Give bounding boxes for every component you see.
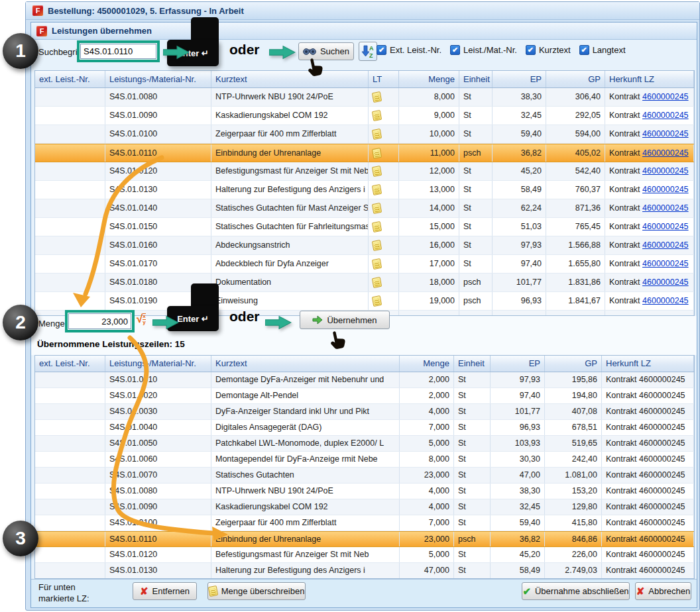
longtext-note-icon[interactable]	[372, 203, 382, 214]
cancel-button[interactable]: ✘ Abbrechen	[635, 582, 691, 600]
cell-herkunft: Kontrakt 4600000245	[602, 499, 694, 515]
longtext-note-icon[interactable]	[372, 166, 382, 177]
contract-link[interactable]: 4600000245	[642, 296, 689, 305]
contract-link[interactable]: 4600000245	[642, 148, 689, 158]
cell-menge: 13,000	[399, 181, 459, 199]
table-row[interactable]: S4S.01.0090Kaskadierungskabel COM 1929,0…	[35, 107, 694, 125]
table-row[interactable]: S4S.01.0140Statisches Gutachten für Mast…	[35, 199, 694, 218]
table-row-highlighted[interactable]: S4S.01.0110Einbindung der Uhrenanlage11,…	[35, 144, 694, 162]
contract-link[interactable]: 4600000245	[642, 92, 689, 101]
column-header[interactable]: LT	[369, 71, 399, 87]
cell-herkunft: Kontrakt 4600000245	[602, 547, 694, 562]
column-header[interactable]: Menge	[400, 356, 454, 372]
column-header[interactable]: Einheit	[459, 71, 493, 87]
table-row-highlighted[interactable]: S4S.01.0110Einbindung der Uhrenanlage23,…	[35, 531, 694, 547]
table-row[interactable]: S4S.01.0170Abdeckblech für Dyfa Anzeiger…	[35, 255, 694, 274]
table-row[interactable]: S4S.01.0150Statisches Gutachten für Fahr…	[35, 218, 694, 236]
finish-transfer-button[interactable]: ✔ Übernahme abschließen	[522, 582, 630, 600]
contract-link[interactable]: 4600000245	[642, 240, 689, 250]
green-check-icon: ✔	[522, 586, 531, 596]
cell-nr: S4S.01.0140	[105, 199, 211, 217]
filter-checkbox-langtext[interactable]: ✔Langtext	[579, 45, 626, 55]
column-header[interactable]: Menge	[399, 71, 459, 87]
filter-checkbox-ext-leist-nr-[interactable]: ✔Ext. Leist.-Nr.	[377, 45, 441, 55]
table-row[interactable]: S4S.01.0010Demontage DyFa-Anzeiger mit N…	[35, 372, 694, 388]
search-button[interactable]: Suchen	[298, 42, 354, 60]
contract-link[interactable]: 4600000245	[642, 129, 689, 138]
table-row[interactable]: S4S.01.0180Dokumentation18,000psch101,77…	[35, 274, 694, 292]
column-header[interactable]: Leistungs-/Material-Nr.	[105, 356, 211, 372]
column-header[interactable]: ext. Leist.-Nr.	[35, 356, 105, 372]
table-row[interactable]: S4S.01.0070Statisches Gutachten23,000St4…	[35, 468, 694, 484]
cell-nr: S4S.01.0090	[105, 107, 211, 125]
contract-link[interactable]: 4600000245	[642, 222, 689, 231]
table-row[interactable]: S4S.01.0100Zeigerpaar für 400 mm Zifferb…	[35, 125, 694, 144]
quantity-input[interactable]	[68, 313, 131, 329]
longtext-note-icon[interactable]	[372, 110, 382, 121]
longtext-note-icon[interactable]	[372, 148, 382, 159]
table-row[interactable]: S4S.01.0100Zeigerpaar für 400 mm Zifferb…	[35, 515, 694, 531]
cell-herkunft: Kontrakt 4600000245	[605, 88, 694, 106]
longtext-note-icon[interactable]	[372, 221, 382, 232]
column-header[interactable]: Kurztext	[211, 71, 369, 87]
table-row[interactable]: S4S.01.0190Einweisung19,000psch96,931.84…	[35, 292, 694, 311]
table-row[interactable]: S4S.01.0080NTP-Uhrwerk NBU 190t 24/PoE4,…	[35, 484, 694, 499]
table-row[interactable]: S4S.01.0090Kaskadierungskabel COM 1924,0…	[35, 499, 694, 515]
table-row[interactable]: S4S.01.0120Befestigungsmast für Anzeiger…	[35, 162, 694, 181]
contract-link[interactable]: 4600000245	[642, 185, 689, 194]
checkbox-icon[interactable]: ✔	[526, 45, 536, 55]
table-row[interactable]: S4S.01.0030DyFa-Anzeiger Standard inkl U…	[35, 404, 694, 420]
apply-quantity-button[interactable]: Übernehmen	[300, 311, 390, 329]
column-header[interactable]: Kurztext	[211, 356, 400, 372]
longtext-note-icon[interactable]	[372, 91, 382, 103]
cell-nr: S4S.01.0120	[105, 162, 211, 180]
checkbox-icon[interactable]: ✔	[579, 45, 589, 55]
contract-link[interactable]: 4600000245	[642, 278, 689, 287]
longtext-note-icon[interactable]	[372, 240, 382, 251]
cell-lt	[369, 88, 399, 106]
contract-link[interactable]: 4600000245	[642, 203, 689, 213]
cell-menge: 23,000	[400, 468, 454, 483]
search-input[interactable]	[80, 44, 156, 59]
filter-checkbox-kurztext[interactable]: ✔Kurztext	[526, 45, 571, 55]
table-row[interactable]: S4S.01.0160Abdeckungsanstrich16,000St97,…	[35, 236, 694, 255]
column-header[interactable]: Herkunft LZ	[602, 356, 694, 372]
cell-kurztext: Einbindung der Uhrenanlage	[211, 532, 400, 546]
contract-link[interactable]: 4600000245	[642, 259, 689, 268]
column-header[interactable]: GP	[546, 71, 605, 87]
longtext-note-icon[interactable]	[372, 128, 382, 140]
table-row[interactable]: S4S.01.0040Digitales Ansagegerät (DAG)7,…	[35, 420, 694, 436]
column-header[interactable]: ext. Leist.-Nr.	[35, 71, 105, 87]
cell-herkunft: Kontrakt 4600000245	[605, 218, 694, 236]
column-header[interactable]: EP	[491, 356, 545, 372]
table-row[interactable]: S4S.01.0020Demontage Alt-Pendel2,000St97…	[35, 388, 694, 404]
contract-link[interactable]: 4600000245	[642, 111, 689, 120]
quantity-label: Menge:	[38, 319, 67, 329]
table-row[interactable]: S4S.01.0050Patchkabel LWL-Monomode, dupl…	[35, 436, 694, 452]
overwrite-quantity-button[interactable]: Menge überschreiben	[207, 582, 306, 600]
sort-button[interactable]: A Z	[359, 42, 377, 61]
column-header[interactable]: Herkunft LZ	[605, 71, 694, 87]
filter-checkbox-leist-mat-nr-[interactable]: ✔Leist./Mat.-Nr.	[450, 45, 517, 55]
column-header[interactable]: Leistungs-/Material-Nr.	[105, 71, 211, 87]
column-header[interactable]: Einheit	[454, 356, 491, 372]
table-row[interactable]: S4S.01.0130Halterung zur Befestigung des…	[35, 181, 694, 199]
table-row[interactable]: S4S.01.0130Halterung zur Befestigung des…	[35, 563, 694, 579]
checkbox-icon[interactable]: ✔	[377, 45, 386, 55]
longtext-note-icon[interactable]	[372, 277, 382, 288]
longtext-note-icon[interactable]	[372, 184, 382, 195]
remove-button[interactable]: ✘ Entfernen	[133, 582, 197, 600]
contract-link[interactable]: 4600000245	[642, 166, 689, 176]
longtext-note-icon[interactable]	[372, 295, 382, 307]
table-row[interactable]: S4S.01.0080NTP-Uhrwerk NBU 190t 24/PoE8,…	[35, 88, 694, 107]
table-row[interactable]: S4S.01.0060Montagependel für DyFa-Anzeig…	[35, 452, 694, 468]
longtext-note-icon[interactable]	[372, 258, 382, 270]
table-row[interactable]: S4S.01.0120Befestigungsmast für Anzeiger…	[35, 547, 694, 563]
cell-lt	[369, 274, 399, 291]
column-header[interactable]: GP	[545, 356, 602, 372]
cell-herkunft: Kontrakt 4600000245	[605, 199, 694, 217]
cell-herkunft: Kontrakt 4600000245	[602, 468, 694, 483]
column-header[interactable]: EP	[493, 71, 546, 87]
cell-einheit: St	[454, 388, 491, 403]
checkbox-icon[interactable]: ✔	[450, 45, 460, 55]
